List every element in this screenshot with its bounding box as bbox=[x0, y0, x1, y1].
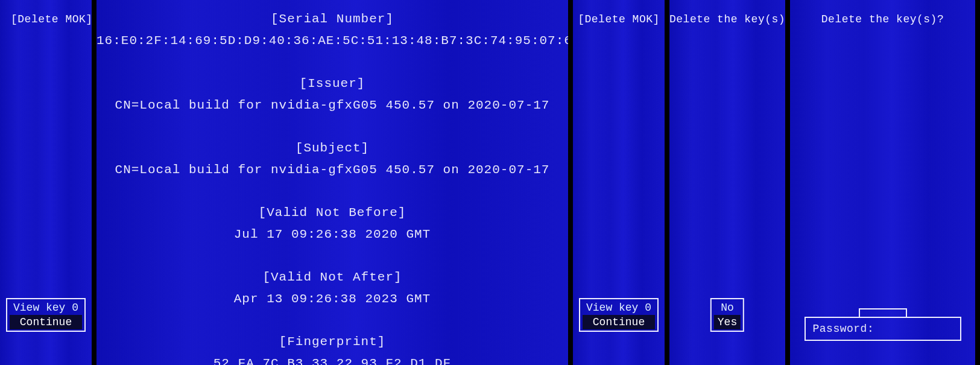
menu-item-no[interactable]: No bbox=[714, 300, 741, 315]
menu-item-yes[interactable]: Yes bbox=[714, 315, 741, 329]
issuer-value: CN=Local build for nvidia-gfxG05 450.57 … bbox=[115, 98, 550, 112]
subject-label: [Subject] bbox=[296, 141, 369, 155]
issuer-label: [Issuer] bbox=[300, 77, 365, 90]
menu-box: No Yes bbox=[710, 298, 744, 332]
not-before-label: [Valid Not Before] bbox=[259, 206, 406, 220]
mok-delete-panel-2: [Delete MOK] View key 0 Continue bbox=[573, 0, 669, 365]
menu-item-continue[interactable]: Continue bbox=[583, 315, 655, 329]
password-box: Password: bbox=[805, 308, 961, 341]
fingerprint-line1: 52 FA 7C B3 33 22 93 F2 D1 DF bbox=[213, 357, 451, 365]
serial-value: 16:E0:2F:14:69:5D:D9:40:36:AE:5C:51:13:4… bbox=[96, 34, 573, 48]
mok-delete-panel-1: [Delete MOK] View key 0 Continue bbox=[0, 0, 96, 365]
serial-label: [Serial Number] bbox=[271, 12, 394, 26]
fingerprint-label: [Fingerprint] bbox=[279, 335, 386, 349]
panel-title: [Delete MOK] bbox=[0, 13, 92, 25]
not-after-label: [Valid Not After] bbox=[262, 270, 402, 284]
password-input[interactable]: Password: bbox=[805, 317, 961, 341]
confirm-delete-panel: Delete the key(s)? No Yes bbox=[669, 0, 790, 365]
panel-title: Delete the key(s)? bbox=[669, 13, 785, 25]
not-after-value: Apr 13 09:26:38 2023 GMT bbox=[234, 292, 431, 306]
menu-box: View key 0 Continue bbox=[579, 298, 659, 332]
password-panel: Delete the key(s)? Password: bbox=[790, 0, 980, 365]
password-bracket-decoration bbox=[859, 308, 907, 317]
certificate-text: [Serial Number] 16:E0:2F:14:69:5D:D9:40:… bbox=[96, 8, 568, 365]
subject-value: CN=Local build for nvidia-gfxG05 450.57 … bbox=[115, 163, 550, 177]
panel-title: [Delete MOK] bbox=[573, 13, 665, 25]
menu-box: View key 0 Continue bbox=[6, 298, 86, 332]
panel-title: Delete the key(s)? bbox=[790, 13, 975, 25]
menu-item-view-key[interactable]: View key 0 bbox=[583, 300, 655, 315]
certificate-detail-panel: [Serial Number] 16:E0:2F:14:69:5D:D9:40:… bbox=[96, 0, 573, 365]
not-before-value: Jul 17 09:26:38 2020 GMT bbox=[234, 227, 431, 241]
menu-item-continue[interactable]: Continue bbox=[10, 315, 82, 329]
menu-item-view-key[interactable]: View key 0 bbox=[10, 300, 82, 315]
